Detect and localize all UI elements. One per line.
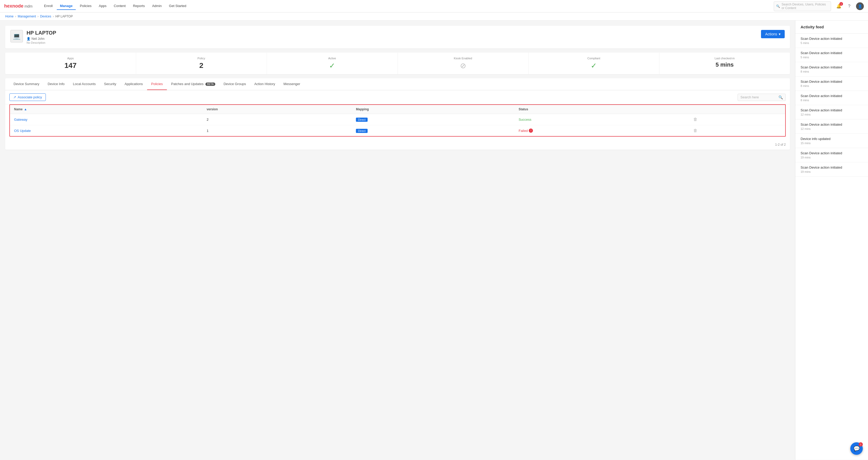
stat-compliant-icon: ✓ <box>533 61 655 70</box>
tab-policies[interactable]: Policies <box>147 78 167 90</box>
stat-active-label: Active <box>271 57 393 60</box>
actions-button[interactable]: Actions ▾ <box>761 30 785 38</box>
breadcrumb-current: HP LAPTOP <box>56 14 73 18</box>
chat-button[interactable]: 💬 1 <box>850 442 863 455</box>
policy-search-input[interactable] <box>740 95 777 99</box>
beta-badge: BETA <box>206 83 215 86</box>
os-update-link[interactable]: OS Update <box>14 129 31 133</box>
nav-get-started[interactable]: Get Started <box>166 2 189 10</box>
delete-icon-1[interactable]: 🗑 <box>693 117 698 122</box>
tab-messenger[interactable]: Messenger <box>279 78 304 90</box>
tab-device-groups[interactable]: Device Groups <box>219 78 250 90</box>
policy-status-1: Success <box>515 114 689 125</box>
activity-title-7: Scan Device action initiated <box>801 123 863 126</box>
nav-admin[interactable]: Admin <box>149 2 165 10</box>
activity-title-5: Scan Device action initiated <box>801 94 863 98</box>
gateway-link[interactable]: Gateway <box>14 118 27 122</box>
device-header: 💻 HP LAPTOP 👤 Neil John No Description A… <box>5 26 790 48</box>
device-user: 👤 Neil John <box>27 37 56 41</box>
tab-local-accounts[interactable]: Local Accounts <box>69 78 100 90</box>
nav-policies[interactable]: Policies <box>77 2 95 10</box>
nav-icon-group: 🔔 1 ? 👤 <box>835 2 864 10</box>
policy-mapping-2: Direct <box>352 125 515 136</box>
stat-active-icon: ✓ <box>271 61 393 70</box>
actions-label: Actions <box>765 32 777 36</box>
nav-content[interactable]: Content <box>111 2 129 10</box>
col-mapping[interactable]: Mapping <box>352 105 515 114</box>
notification-button[interactable]: 🔔 1 <box>835 3 842 10</box>
tab-device-summary[interactable]: Device Summary <box>9 78 43 90</box>
nav-right: 🔍 Search Devices, Users, Policies or Con… <box>774 1 864 11</box>
associate-label: Associate policy <box>18 95 42 99</box>
content-area: 💻 HP LAPTOP 👤 Neil John No Description A… <box>0 21 795 460</box>
policy-name-gateway: Gateway <box>10 114 203 125</box>
activity-time-9: 19 mins <box>801 156 863 159</box>
stat-last-checked-label: Last checked-in <box>663 57 786 60</box>
stat-policy-value: 2 <box>140 61 263 70</box>
stat-compliant: Compliant ✓ <box>528 53 659 74</box>
device-info: 💻 HP LAPTOP 👤 Neil John No Description <box>10 30 56 44</box>
activity-item-4: Scan Device action initiated 8 mins <box>795 76 868 91</box>
top-navigation: hexnode mdm Enroll Manage Policies Apps … <box>0 0 868 12</box>
nav-enroll[interactable]: Enroll <box>41 2 56 10</box>
associate-policy-button[interactable]: ↗ Associate policy <box>9 93 46 101</box>
nav-apps[interactable]: Apps <box>96 2 110 10</box>
pagination: 1-2 of 2 <box>5 141 790 150</box>
activity-item-2: Scan Device action initiated 5 mins <box>795 48 868 62</box>
policies-table-inner: Name ▲ version Mapping Status Gateway 2 … <box>10 105 785 136</box>
stat-kiosk: Kiosk Enabled ⊘ <box>398 53 529 74</box>
activity-time-5: 8 mins <box>801 99 863 102</box>
breadcrumb-management[interactable]: Management <box>18 14 36 18</box>
toolbar: ↗ Associate policy 🔍 <box>5 90 790 104</box>
breadcrumb-sep-2: › <box>37 14 38 18</box>
help-button[interactable]: ? <box>846 3 853 10</box>
avatar[interactable]: 👤 <box>856 2 864 10</box>
device-description: No Description <box>27 41 56 44</box>
col-status[interactable]: Status <box>515 105 689 114</box>
logo-suffix: mdm <box>24 4 33 8</box>
breadcrumb-devices[interactable]: Devices <box>40 14 51 18</box>
activity-title-1: Scan Device action initiated <box>801 37 863 41</box>
tabs-row: Device Summary Device Info Local Account… <box>5 78 790 90</box>
stat-compliant-label: Compliant <box>533 57 655 60</box>
activity-feed-list: Scan Device action initiated 5 mins Scan… <box>795 34 868 177</box>
direct-badge-1: Direct <box>356 118 368 122</box>
tabs-container: Device Summary Device Info Local Account… <box>5 78 790 150</box>
table-row: Gateway 2 Direct Success 🗑 <box>10 114 785 125</box>
breadcrumb-home[interactable]: Home <box>5 14 13 18</box>
tab-security[interactable]: Security <box>100 78 120 90</box>
activity-time-10: 19 mins <box>801 170 863 173</box>
stat-kiosk-icon: ⊘ <box>402 61 524 70</box>
activity-item-9: Scan Device action initiated 19 mins <box>795 148 868 162</box>
tab-applications[interactable]: Applications <box>120 78 147 90</box>
tab-patches-updates[interactable]: Patches and Updates BETA <box>167 78 219 90</box>
logo: hexnode mdm <box>4 3 33 9</box>
policy-version-1: 2 <box>203 114 352 125</box>
notification-badge: 1 <box>839 2 843 6</box>
activity-feed-sidebar: Activity feed Scan Device action initiat… <box>795 21 868 460</box>
nav-reports[interactable]: Reports <box>130 2 148 10</box>
policy-mapping-1: Direct <box>352 114 515 125</box>
tab-device-info[interactable]: Device Info <box>43 78 69 90</box>
table-header-row: Name ▲ version Mapping Status <box>10 105 785 114</box>
activity-time-8: 15 mins <box>801 141 863 145</box>
policy-version-2: 1 <box>203 125 352 136</box>
breadcrumb-sep-3: › <box>53 14 54 18</box>
nav-manage[interactable]: Manage <box>57 2 75 10</box>
logo-text: hexnode <box>4 3 24 8</box>
policy-search[interactable]: 🔍 <box>738 94 786 101</box>
col-actions <box>689 105 785 114</box>
col-name[interactable]: Name ▲ <box>10 105 203 114</box>
status-failed-2: Failed ! <box>519 129 685 133</box>
tab-action-history[interactable]: Action History <box>250 78 279 90</box>
search-icon: 🔍 <box>776 4 780 8</box>
policies-table: Name ▲ version Mapping Status Gateway 2 … <box>9 104 786 137</box>
activity-item-5: Scan Device action initiated 8 mins <box>795 91 868 105</box>
activity-item-3: Scan Device action initiated 8 mins <box>795 62 868 76</box>
delete-icon-2[interactable]: 🗑 <box>693 128 698 133</box>
global-search[interactable]: 🔍 Search Devices, Users, Policies or Con… <box>774 1 831 11</box>
activity-item-7: Scan Device action initiated 12 mins <box>795 120 868 134</box>
actions-chevron-icon: ▾ <box>779 32 780 36</box>
activity-title-9: Scan Device action initiated <box>801 151 863 155</box>
col-version[interactable]: version <box>203 105 352 114</box>
